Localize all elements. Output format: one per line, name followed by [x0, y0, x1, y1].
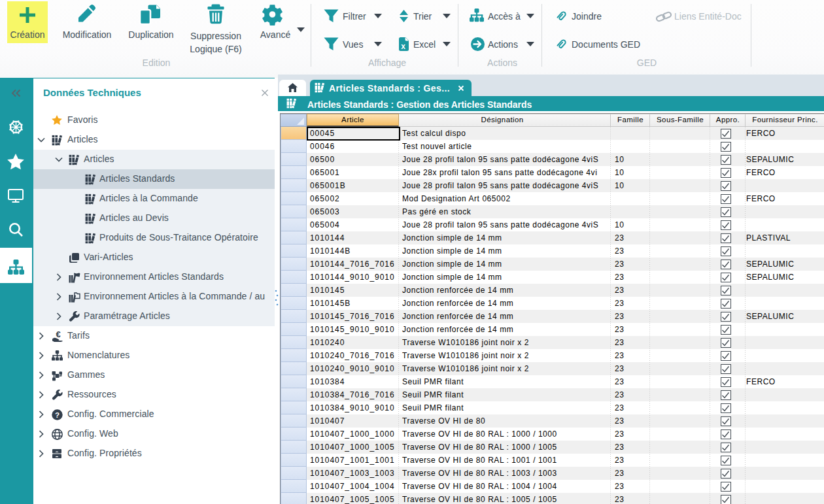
svg-text:€: €	[56, 331, 60, 339]
svg-text:?: ?	[55, 411, 60, 419]
svg-text:x: x	[401, 42, 405, 51]
